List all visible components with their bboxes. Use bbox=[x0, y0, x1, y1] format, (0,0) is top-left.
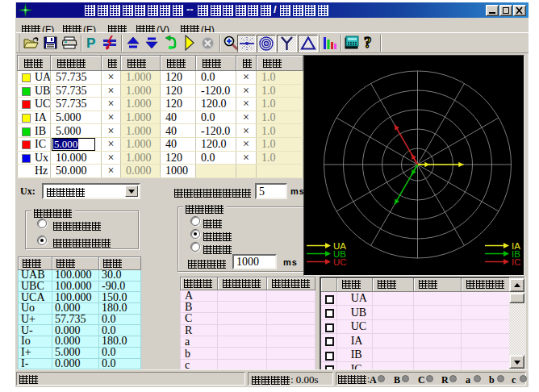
svg-text:IC: IC bbox=[512, 257, 521, 267]
svg-text:UC: UC bbox=[333, 257, 347, 267]
